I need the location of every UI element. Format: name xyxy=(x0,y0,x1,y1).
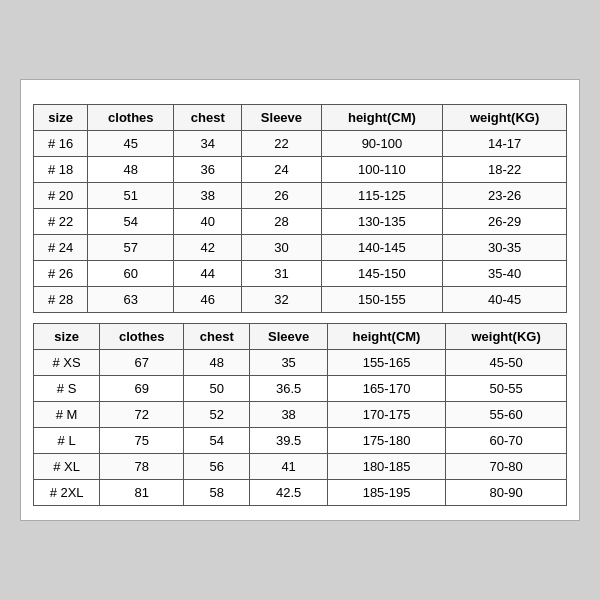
table-cell: 80-90 xyxy=(446,480,567,506)
table-row: # 1645342290-10014-17 xyxy=(34,131,567,157)
table-cell: # 18 xyxy=(34,157,88,183)
table2-header: sizeclotheschestSleeveheight(CM)weight(K… xyxy=(34,324,567,350)
table-cell: 165-170 xyxy=(327,376,445,402)
table-cell: 45-50 xyxy=(446,350,567,376)
table-cell: 81 xyxy=(100,480,184,506)
table2-body: # XS674835155-16545-50# S695036.5165-170… xyxy=(34,350,567,506)
table-cell: 23-26 xyxy=(443,183,567,209)
table-cell: 46 xyxy=(174,287,242,313)
table-cell: 140-145 xyxy=(321,235,443,261)
table-cell: 30 xyxy=(242,235,321,261)
table-cell: 67 xyxy=(100,350,184,376)
table-cell: # M xyxy=(34,402,100,428)
table-cell: 100-110 xyxy=(321,157,443,183)
table-cell: 54 xyxy=(88,209,174,235)
table-cell: 42.5 xyxy=(250,480,327,506)
table-row: # 20513826115-12523-26 xyxy=(34,183,567,209)
table-cell: 54 xyxy=(184,428,250,454)
table-cell: # L xyxy=(34,428,100,454)
table-cell: 44 xyxy=(174,261,242,287)
table1-col-header: height(CM) xyxy=(321,105,443,131)
table1-col-header: Sleeve xyxy=(242,105,321,131)
table-cell: 60 xyxy=(88,261,174,287)
table-row: # XL785641180-18570-80 xyxy=(34,454,567,480)
table-cell: 50 xyxy=(184,376,250,402)
table-cell: 45 xyxy=(88,131,174,157)
table-cell: 35 xyxy=(250,350,327,376)
table2-col-header: Sleeve xyxy=(250,324,327,350)
table-cell: 70-80 xyxy=(446,454,567,480)
table2-col-header: clothes xyxy=(100,324,184,350)
table-row: # 22544028130-13526-29 xyxy=(34,209,567,235)
table-cell: 26-29 xyxy=(443,209,567,235)
table-row: # 18483624100-11018-22 xyxy=(34,157,567,183)
table-cell: 36.5 xyxy=(250,376,327,402)
table1-header-row: sizeclotheschestSleeveheight(CM)weight(K… xyxy=(34,105,567,131)
table-cell: # 20 xyxy=(34,183,88,209)
table-cell: # XL xyxy=(34,454,100,480)
table-cell: 38 xyxy=(250,402,327,428)
table-cell: 41 xyxy=(250,454,327,480)
table-cell: 34 xyxy=(174,131,242,157)
table-cell: 26 xyxy=(242,183,321,209)
table-row: # 26604431145-15035-40 xyxy=(34,261,567,287)
table-cell: 130-135 xyxy=(321,209,443,235)
table-row: # 2XL815842.5185-19580-90 xyxy=(34,480,567,506)
size-chart-card: sizeclotheschestSleeveheight(CM)weight(K… xyxy=(20,79,580,521)
table-cell: 175-180 xyxy=(327,428,445,454)
table-cell: 60-70 xyxy=(446,428,567,454)
size-table-2: sizeclotheschestSleeveheight(CM)weight(K… xyxy=(33,323,567,506)
table-cell: 24 xyxy=(242,157,321,183)
table-cell: # S xyxy=(34,376,100,402)
table-cell: 63 xyxy=(88,287,174,313)
table-cell: 115-125 xyxy=(321,183,443,209)
table-cell: 150-155 xyxy=(321,287,443,313)
table2-header-row: sizeclotheschestSleeveheight(CM)weight(K… xyxy=(34,324,567,350)
table-row: # 28634632150-15540-45 xyxy=(34,287,567,313)
table-cell: 58 xyxy=(184,480,250,506)
table-row: # XS674835155-16545-50 xyxy=(34,350,567,376)
table-cell: # 24 xyxy=(34,235,88,261)
table-cell: 180-185 xyxy=(327,454,445,480)
table-cell: 36 xyxy=(174,157,242,183)
table1-col-header: chest xyxy=(174,105,242,131)
table-cell: 56 xyxy=(184,454,250,480)
table-row: # 24574230140-14530-35 xyxy=(34,235,567,261)
table2-col-header: chest xyxy=(184,324,250,350)
table-cell: 14-17 xyxy=(443,131,567,157)
size-table-1: sizeclotheschestSleeveheight(CM)weight(K… xyxy=(33,104,567,313)
table1-body: # 1645342290-10014-17# 18483624100-11018… xyxy=(34,131,567,313)
table-cell: 18-22 xyxy=(443,157,567,183)
table-cell: 69 xyxy=(100,376,184,402)
table-cell: # 22 xyxy=(34,209,88,235)
table-cell: 145-150 xyxy=(321,261,443,287)
table-cell: # 26 xyxy=(34,261,88,287)
table-cell: 38 xyxy=(174,183,242,209)
table-cell: 75 xyxy=(100,428,184,454)
table-row: # L755439.5175-18060-70 xyxy=(34,428,567,454)
table1-col-header: clothes xyxy=(88,105,174,131)
table-cell: 30-35 xyxy=(443,235,567,261)
table-cell: 52 xyxy=(184,402,250,428)
table-cell: 48 xyxy=(184,350,250,376)
table1-header: sizeclotheschestSleeveheight(CM)weight(K… xyxy=(34,105,567,131)
table-cell: 78 xyxy=(100,454,184,480)
table-cell: 48 xyxy=(88,157,174,183)
table-row: # S695036.5165-17050-55 xyxy=(34,376,567,402)
table-cell: 51 xyxy=(88,183,174,209)
table-cell: 155-165 xyxy=(327,350,445,376)
table-cell: 28 xyxy=(242,209,321,235)
table-cell: # XS xyxy=(34,350,100,376)
table-cell: 39.5 xyxy=(250,428,327,454)
table1-col-header: size xyxy=(34,105,88,131)
table-cell: 90-100 xyxy=(321,131,443,157)
table-cell: 55-60 xyxy=(446,402,567,428)
table-cell: 170-175 xyxy=(327,402,445,428)
table-cell: 32 xyxy=(242,287,321,313)
table-cell: 40 xyxy=(174,209,242,235)
table-cell: 31 xyxy=(242,261,321,287)
table-cell: 22 xyxy=(242,131,321,157)
table-cell: 72 xyxy=(100,402,184,428)
table-cell: 57 xyxy=(88,235,174,261)
table-row: # M725238170-17555-60 xyxy=(34,402,567,428)
